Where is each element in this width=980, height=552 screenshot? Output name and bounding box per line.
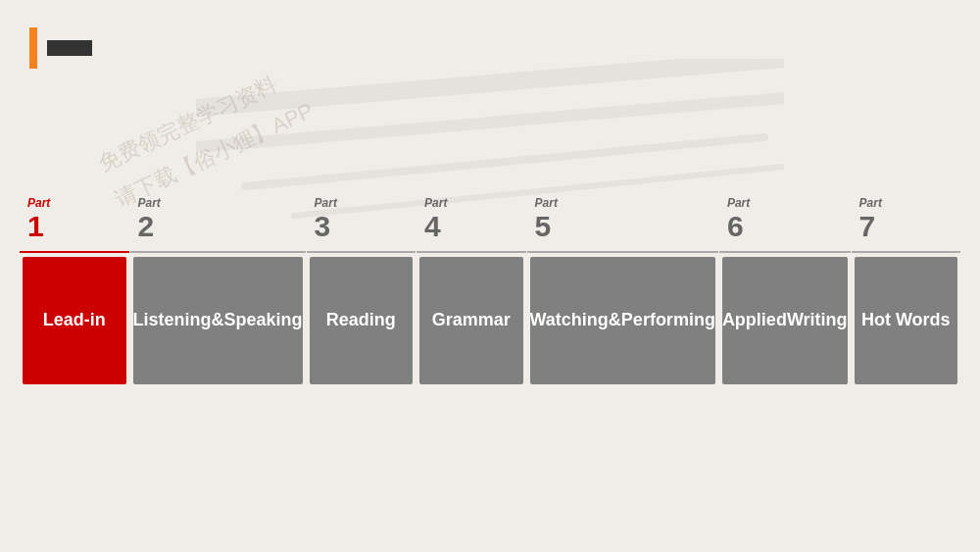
card-part-6: AppliedWriting	[722, 257, 848, 384]
part-header-7: Part7	[852, 196, 961, 253]
part-text-4: Part	[424, 196, 447, 210]
card-part-2: Listening&Speaking	[133, 257, 303, 384]
part-number-7: 7	[859, 212, 876, 241]
main-content: Part1Lead-inPart2Listening&SpeakingPart3…	[20, 196, 960, 384]
part-text-1: Part	[27, 196, 50, 210]
title-box	[47, 40, 92, 56]
col-part-5: Part5Watching&Performing	[527, 196, 719, 384]
card-part-1: Lead-in	[23, 257, 126, 384]
part-number-5: 5	[535, 212, 552, 241]
part-header-5: Part5	[527, 196, 718, 253]
part-number-1: 1	[27, 212, 44, 241]
part-number-6: 6	[727, 212, 744, 241]
card-part-5: Watching&Performing	[530, 257, 715, 384]
part-header-3: Part3	[307, 196, 416, 253]
col-part-3: Part3Reading	[307, 196, 417, 384]
part-header-4: Part4	[416, 196, 526, 253]
col-part-1: Part1Lead-in	[20, 196, 130, 384]
svg-line-2	[245, 137, 764, 186]
part-number-3: 3	[315, 212, 331, 241]
watermark: 免费领完整学习资料 请下载【俗小狸】APP	[92, 56, 320, 218]
part-header-6: Part6	[719, 196, 851, 253]
svg-line-0	[196, 59, 784, 108]
header	[29, 27, 92, 69]
part-text-2: Part	[138, 196, 161, 210]
card-part-4: Grammar	[419, 257, 523, 384]
col-part-7: Part7Hot Words	[852, 196, 961, 384]
part-text-7: Part	[859, 196, 882, 210]
part-text-3: Part	[315, 196, 337, 210]
part-header-1: Part1	[20, 196, 129, 253]
part-text-5: Part	[535, 196, 558, 210]
part-header-2: Part2	[130, 196, 306, 253]
part-number-2: 2	[138, 212, 155, 241]
col-part-2: Part2Listening&Speaking	[130, 196, 307, 384]
col-part-6: Part6AppliedWriting	[719, 196, 852, 384]
card-part-7: Hot Words	[855, 257, 958, 384]
svg-line-1	[196, 98, 784, 147]
part-text-6: Part	[727, 196, 750, 210]
part-number-4: 4	[424, 212, 441, 241]
orange-accent-bar	[29, 27, 37, 69]
col-part-4: Part4Grammar	[416, 196, 527, 384]
parts-grid: Part1Lead-inPart2Listening&SpeakingPart3…	[20, 196, 960, 384]
card-part-3: Reading	[310, 257, 414, 384]
